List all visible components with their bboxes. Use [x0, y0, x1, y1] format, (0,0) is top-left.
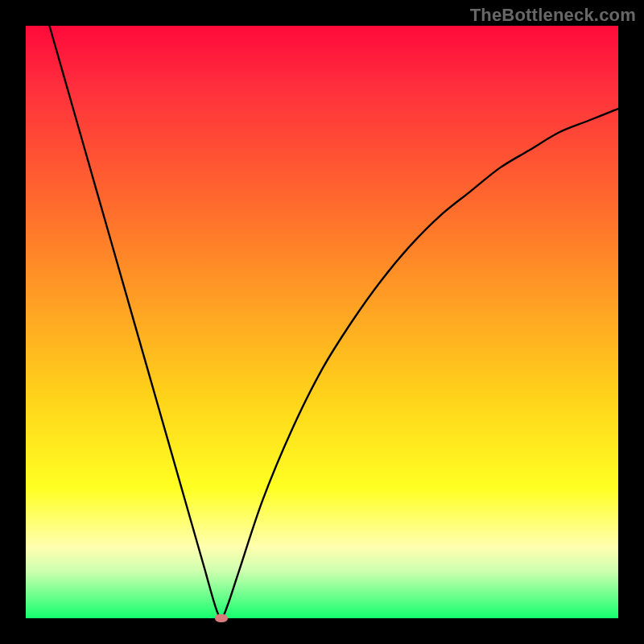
chart-frame: TheBottleneck.com — [0, 0, 644, 644]
watermark-text: TheBottleneck.com — [470, 5, 636, 26]
plot-area — [26, 26, 618, 618]
minimum-marker — [215, 614, 228, 622]
bottleneck-curve — [26, 26, 618, 618]
